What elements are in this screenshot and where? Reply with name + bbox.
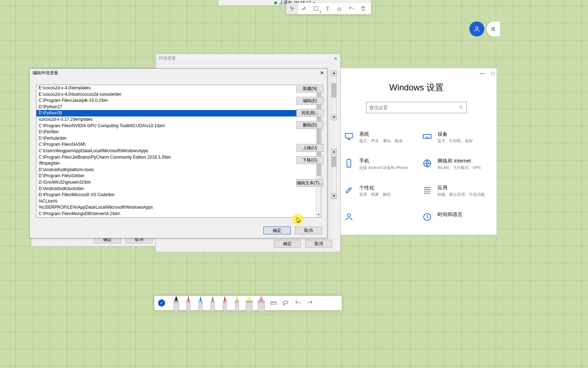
settings-search[interactable]	[366, 102, 467, 113]
shape-tool[interactable]: ▾	[310, 3, 322, 14]
side-tab-annotate[interactable]: 注	[486, 21, 500, 36]
confirm-icon[interactable]: ✓	[158, 299, 165, 307]
scroll-up-icon[interactable]: ▴	[331, 70, 337, 76]
scroll-up-icon[interactable]: ▴	[331, 149, 337, 155]
move-up-button[interactable]: 上移(U)	[296, 144, 323, 152]
delete-button[interactable]: 删除(D)	[296, 121, 323, 129]
move-down-button[interactable]: 下移(O)	[296, 156, 323, 164]
path-row[interactable]: D:\GnuWin32\gnuwin32\bin	[36, 179, 316, 186]
svg-rect-3	[345, 133, 352, 138]
path-row[interactable]: C:\Program Files\NASM\	[36, 141, 316, 148]
path-row[interactable]: %CLion%	[36, 198, 316, 205]
path-row[interactable]: D:\Perl\bin	[36, 129, 316, 135]
new-button[interactable]: 新建(N)	[296, 85, 323, 93]
path-row[interactable]: D:\Android\sdk\platform-tools	[36, 167, 316, 173]
settings-item-devices[interactable]: 设备蓝牙、打印机、鼠标	[422, 131, 489, 144]
scroll-down-icon[interactable]: ▾	[331, 115, 337, 120]
env-parent-ok-button[interactable]: 确定	[274, 240, 301, 248]
browse-button[interactable]: 浏览(B)...	[296, 109, 323, 117]
item-title: 网络和 Internet	[438, 158, 480, 164]
undo-button[interactable]	[292, 296, 304, 310]
redo-button[interactable]	[304, 296, 316, 310]
path-row[interactable]: E:\cocos2d-x-4.0\templates	[36, 85, 316, 91]
path-row[interactable]: D:\Program Files\Microsoft VS Code\bin	[36, 192, 316, 198]
path-row[interactable]: C:\Program Files\MongoDB\Server\4.2\bin\	[36, 211, 316, 217]
settings-item-time[interactable]: 时间和语言	[422, 212, 489, 222]
edit-env-ok-button[interactable]: 确定	[263, 227, 291, 234]
pen-2[interactable]	[194, 296, 207, 312]
path-row[interactable]: D:\Python27	[36, 104, 316, 110]
svg-rect-18	[223, 301, 227, 303]
settings-item-network[interactable]: 网络和 InternetWLAN、飞行模式、VPN	[422, 158, 489, 170]
svg-rect-25	[271, 302, 276, 304]
text-tool[interactable]: T	[322, 3, 333, 14]
select-tool[interactable]	[286, 3, 298, 14]
phone-icon	[344, 158, 354, 169]
path-list[interactable]: E:\cocos2d-x-4.0\templatesE:\cocos2d-x-4…	[36, 85, 321, 218]
item-title: 系统	[359, 131, 402, 138]
env-parent-cancel-button[interactable]: 取消	[305, 240, 332, 248]
path-row[interactable]: D:\Android\sdk\tools\bin	[36, 186, 316, 192]
env-parent-scrollbar[interactable]: ▴ ▾ ▴ ▾	[331, 70, 337, 267]
svg-rect-4	[423, 135, 431, 139]
item-sub: WLAN、飞行模式、VPN	[438, 165, 480, 170]
settings-item-personalize[interactable]: 个性化背景、锁屏、颜色	[344, 185, 411, 197]
settings-item-accounts[interactable]	[344, 212, 411, 222]
scroll-thumb[interactable]	[331, 83, 336, 98]
ruler-tool[interactable]	[267, 296, 280, 310]
path-row[interactable]: \ffmpeg\bin	[36, 160, 316, 167]
svg-rect-0	[314, 7, 318, 11]
pen-1[interactable]	[182, 296, 194, 312]
pen-6[interactable]	[243, 296, 255, 312]
recording-dot-icon	[274, 1, 277, 4]
edit-button[interactable]: 编辑(E)	[296, 97, 323, 105]
globe-icon	[422, 158, 433, 169]
settings-item-phone[interactable]: 手机连接 Android 设备和 iPhone	[344, 158, 411, 170]
pen-3[interactable]	[207, 296, 219, 312]
undo-tool[interactable]	[345, 3, 357, 14]
path-row[interactable]: C:\Program Files\JetBrains\PyCharm Commu…	[36, 154, 316, 161]
svg-rect-10	[174, 301, 179, 303]
user-avatar-button[interactable]	[469, 21, 484, 36]
pen-0[interactable]	[170, 296, 182, 312]
scroll-thumb[interactable]	[331, 156, 336, 167]
windows-settings-window: — □ Windows 设置 系统显示、声音、通知、电源 设备蓝牙、打印机、鼠标…	[336, 68, 497, 235]
erase-tool[interactable]	[333, 3, 345, 14]
settings-search-input[interactable]	[366, 102, 466, 113]
minimize-button[interactable]: —	[480, 70, 485, 76]
item-title: 手机	[359, 158, 408, 164]
path-row[interactable]: C:\Program Files\NVIDIA GPU Computing To…	[36, 123, 316, 129]
edit-text-button[interactable]: 编辑文本(T)...	[296, 179, 323, 187]
path-row[interactable]: D:\Python38	[36, 110, 316, 116]
path-row[interactable]: E:\cocos2d-x-4.0\tools\cocos2d-console\b…	[36, 91, 316, 98]
pen-7[interactable]	[255, 296, 267, 312]
item-title: 个性化	[359, 185, 391, 191]
draw-tool[interactable]	[298, 3, 310, 14]
pen-toolbar: ✓	[154, 296, 342, 310]
path-row[interactable]: D:\Program Files\Git\bin	[36, 173, 316, 179]
svg-rect-20	[235, 301, 239, 303]
item-sub: 显示、声音、通知、电源	[359, 138, 402, 144]
path-row[interactable]: D:\Perl\site\bin	[36, 135, 316, 142]
close-icon[interactable]: ✕	[320, 70, 324, 76]
svg-rect-22	[246, 301, 252, 303]
settings-item-system[interactable]: 系统显示、声音、通知、电源	[344, 131, 411, 144]
lasso-tool[interactable]	[280, 296, 292, 310]
delete-tool[interactable]	[357, 3, 369, 14]
item-sub: 连接 Android 设备和 iPhone	[359, 165, 408, 170]
scroll-down-icon[interactable]: ▾	[331, 193, 337, 199]
pen-5[interactable]	[231, 296, 243, 312]
scroll-down-icon[interactable]: ▾	[316, 212, 321, 217]
path-row[interactable]: C:\Program Files\Java\jdk-15.0.2\bin	[36, 98, 316, 104]
close-icon[interactable]: ✕	[334, 56, 337, 61]
apps-icon	[422, 185, 433, 195]
path-row[interactable]: \cocos2d-x-3.17.2\templates	[36, 116, 316, 123]
item-title: 时间和语言	[438, 212, 463, 218]
pen-4[interactable]	[219, 296, 231, 312]
edit-env-cancel-button[interactable]: 取消	[295, 227, 322, 234]
item-sub: 蓝牙、打印机、鼠标	[438, 138, 473, 144]
path-row[interactable]: %USERPROFILE%\AppData\Local\Microsoft\Wi…	[36, 204, 316, 211]
path-row[interactable]: C:\Users\fengpan\AppData\Local\Microsoft…	[36, 148, 316, 154]
settings-item-apps[interactable]: 应用卸载、默认应用、可选功能	[422, 185, 489, 197]
maximize-button[interactable]: □	[491, 70, 494, 76]
